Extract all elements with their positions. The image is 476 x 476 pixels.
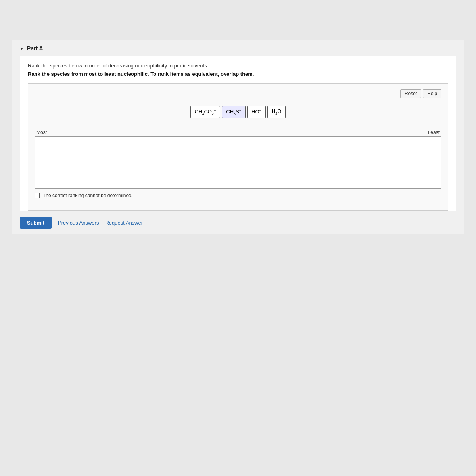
collapse-arrow-icon[interactable]: ▼ [20, 46, 24, 51]
reset-button[interactable]: Reset [400, 89, 421, 98]
reset-help-row: Reset Help [35, 89, 441, 98]
ranking-box-4[interactable] [340, 137, 441, 188]
species-ch3co2[interactable]: CH3CO2− [190, 106, 221, 118]
help-button[interactable]: Help [423, 89, 441, 98]
species-ch3s[interactable]: CH3S− [222, 106, 246, 118]
previous-answers-link[interactable]: Previous Answers [58, 220, 99, 226]
ranking-label-least: Least [426, 129, 441, 136]
species-h2o[interactable]: H2O [267, 106, 286, 118]
instruction-line2: Rank the species from most to least nucl… [28, 71, 448, 77]
interactive-area: Reset Help CH3CO2− CH3S− HO− [28, 83, 448, 211]
request-answer-link[interactable]: Request Answer [105, 220, 143, 226]
instruction-line1: Rank the species below in order of decre… [28, 63, 448, 69]
cannot-determine-label: The correct ranking cannot be determined… [43, 193, 132, 198]
submit-bar: Submit Previous Answers Request Answer [20, 211, 456, 234]
ranking-wrapper: Most Least [35, 129, 441, 189]
ranking-box-3[interactable] [238, 137, 340, 188]
cannot-determine-row: The correct ranking cannot be determined… [35, 193, 441, 204]
cannot-determine-checkbox[interactable] [35, 193, 40, 198]
species-ho[interactable]: HO− [247, 106, 266, 118]
species-row: CH3CO2− CH3S− HO− H2O [35, 106, 441, 118]
part-header: ▼ Part A [12, 40, 464, 56]
ranking-label-most: Most [35, 129, 49, 136]
submit-button[interactable]: Submit [20, 217, 52, 229]
part-title: Part A [27, 45, 43, 52]
ranking-boxes [35, 136, 441, 189]
ranking-box-2[interactable] [136, 137, 238, 188]
ranking-box-1[interactable] [35, 137, 136, 188]
question-section: Rank the species below in order of decre… [20, 56, 456, 211]
